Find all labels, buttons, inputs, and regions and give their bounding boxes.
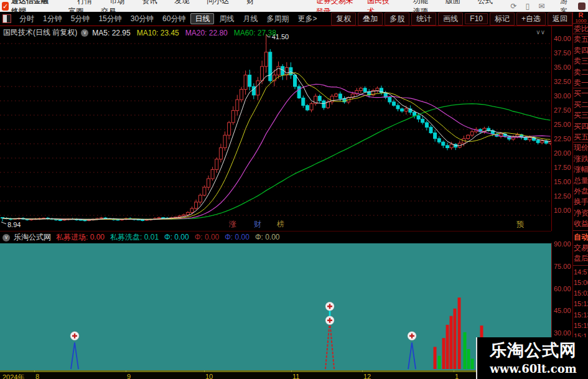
period-tab-7[interactable]: 周线 xyxy=(215,14,238,24)
tick-time: 15:00 xyxy=(574,278,588,288)
collapse-chevron-icon[interactable]: ∨ xyxy=(2,234,10,241)
panel-divider xyxy=(573,230,588,231)
period-tab-9[interactable]: 多周期 xyxy=(263,14,292,24)
axis-month-label: 10 xyxy=(205,373,213,379)
axis-tick-mark xyxy=(126,370,126,372)
tdx-terminal-window: ✓ 通达信金融终端 行情市场资讯发现问小达财富圈交易 证券交易未登录 国民技术 … xyxy=(0,0,588,379)
candle-body xyxy=(306,105,309,110)
period-tab-6[interactable]: 日线 xyxy=(190,13,214,24)
candle-body xyxy=(178,216,181,217)
watermark-site-name: 乐淘公式网 xyxy=(477,339,588,362)
period-toolbar: 分时1分钟5分钟15分钟30分钟60分钟日线周线月线多周期更多> 复权叠加多股统… xyxy=(0,12,572,26)
candle-body xyxy=(404,109,408,111)
price-scale-label: 25.00 xyxy=(554,121,571,128)
chart-badge: 榜 xyxy=(276,220,284,228)
period-tab-3[interactable]: 15分钟 xyxy=(95,14,125,24)
candle-body xyxy=(442,142,445,146)
top-menu-item-2[interactable]: 资讯 xyxy=(133,0,166,5)
quote-info-label: 收益 xyxy=(574,218,588,229)
candle-body xyxy=(421,119,424,123)
right-menu-item-2[interactable]: 公式 xyxy=(469,0,502,5)
ma-value-3: MA60: 27.38 xyxy=(234,29,276,37)
action-tab-1[interactable]: 交易 xyxy=(574,243,588,253)
candle-body xyxy=(467,135,470,139)
main-chart-canvas[interactable]: 国民技术(日线 前复权) ∨ MA5: 22.95MA10: 23.45MA20… xyxy=(0,26,551,231)
chart-title: 国民技术(日线 前复权) xyxy=(3,27,77,38)
toolbar-button-2[interactable]: 多股 xyxy=(385,12,409,26)
period-tab-2[interactable]: 5分钟 xyxy=(67,14,94,24)
mail-icon[interactable]: ✉ xyxy=(534,2,549,11)
price-scale-label: 10.00 xyxy=(554,207,571,214)
quote-info-label: 外盘 xyxy=(574,186,588,197)
panel-collapse-icon[interactable]: ∨∨ xyxy=(536,29,545,35)
quote-info-label: 净资 xyxy=(574,208,588,218)
toolbar-button-7[interactable]: +自选 xyxy=(516,12,546,26)
candle-body xyxy=(157,218,161,218)
candle-body xyxy=(55,219,58,220)
indicator-value-0: 私募进场: 0.00 xyxy=(56,233,105,241)
window-layout-icon[interactable] xyxy=(2,14,11,23)
indicator-value-1: 私募洗盘: 0.01 xyxy=(110,233,159,241)
candle-body xyxy=(269,52,272,81)
candle-body xyxy=(297,87,301,98)
candle-body xyxy=(541,141,544,143)
period-tab-5[interactable]: 60分钟 xyxy=(159,14,189,24)
axis-tick-mark xyxy=(454,370,454,372)
indicator-value-2: Φ: 0.00 xyxy=(164,233,189,241)
buy-level-label: 买五 xyxy=(574,132,588,143)
axis-month-label: 12 xyxy=(363,373,371,379)
game-icon[interactable] xyxy=(578,2,586,10)
toolbar-button-8[interactable]: 返回 xyxy=(548,12,572,26)
refresh-icon[interactable]: ⟳ xyxy=(506,2,521,11)
toolbar-buttons: 复权叠加多股统计画线F10标记+自选返回 xyxy=(329,12,572,26)
period-tabs: 分时1分钟5分钟15分钟30分钟60分钟日线周线月线多周期更多> xyxy=(15,14,321,24)
period-tab-4[interactable]: 30分钟 xyxy=(127,14,157,24)
indicator-scale-label: 45.00 xyxy=(554,307,571,314)
action-tab-0[interactable]: 自动 xyxy=(574,232,588,243)
indicator-panel-canvas[interactable] xyxy=(0,243,551,370)
period-tab-1[interactable]: 1分钟 xyxy=(39,14,66,24)
candle-body xyxy=(186,212,189,215)
top-menu-item-4[interactable]: 问小达 xyxy=(198,0,238,5)
action-tab-2[interactable]: 盘后 xyxy=(574,253,588,264)
watermark-url: www.60lt.com xyxy=(477,362,588,375)
period-tab-0[interactable]: 分时 xyxy=(16,14,38,24)
toolbar-button-0[interactable]: 复权 xyxy=(331,12,356,26)
toolbar-button-4[interactable]: 画线 xyxy=(438,12,463,26)
price-scale-label: 27.50 xyxy=(554,106,571,114)
toolbar-button-5[interactable]: F10 xyxy=(465,13,488,24)
candle-body xyxy=(261,67,264,81)
ma-value-1: MA10: 23.45 xyxy=(137,29,179,37)
phone-icon[interactable]: ▯ xyxy=(521,2,534,11)
candle-body xyxy=(231,111,235,123)
indicator-bar xyxy=(458,297,461,369)
candle-body xyxy=(228,123,231,135)
toolbar-button-6[interactable]: 标记 xyxy=(490,12,515,26)
candle-body xyxy=(388,98,391,102)
toolbar-button-1[interactable]: 叠加 xyxy=(358,12,383,26)
buy-level-label: 买四 xyxy=(574,121,588,132)
top-menu-item-0[interactable]: 行情 xyxy=(68,0,101,5)
top-menu-item-1[interactable]: 市场 xyxy=(101,0,133,5)
chevron-down-icon[interactable]: ∨ xyxy=(81,29,88,37)
candle-body xyxy=(100,218,103,218)
quote-info-label: 总量 xyxy=(574,175,588,186)
axis-month-label: 1 xyxy=(455,373,459,379)
candle-body xyxy=(434,133,437,139)
candle-body xyxy=(413,112,416,116)
candle-body xyxy=(359,88,362,91)
candle-body xyxy=(363,88,366,92)
axis-tick-mark xyxy=(362,370,363,372)
watermark-box: 乐淘公式网 www.60lt.com xyxy=(476,337,588,379)
price-scale-label: 20.00 xyxy=(554,149,571,157)
indicator-bar xyxy=(442,338,446,369)
right-menu-item-0[interactable]: 功能 xyxy=(404,0,437,5)
right-menu-item-1[interactable]: 版面 xyxy=(437,0,469,5)
period-tab-8[interactable]: 月线 xyxy=(239,14,261,24)
candle-body xyxy=(417,116,420,119)
main-price-scale: 40.0037.5035.0032.5030.0027.5025.0022.50… xyxy=(551,26,573,231)
period-tab-10[interactable]: 更多> xyxy=(294,14,320,24)
toolbar-button-3[interactable]: 统计 xyxy=(411,12,436,26)
candle-body xyxy=(392,102,395,106)
top-menu-item-3[interactable]: 发现 xyxy=(166,0,198,5)
